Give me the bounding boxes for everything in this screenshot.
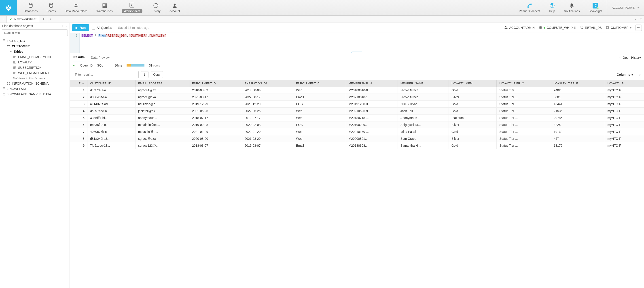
table-cell: d066404d-a...	[88, 94, 136, 101]
column-header[interactable]: EMAIL_ADDRESS	[135, 80, 189, 87]
tab-data-preview[interactable]: Data Preview	[90, 54, 110, 61]
copy-button[interactable]: Copy	[151, 71, 163, 78]
table-row[interactable]: 2d066404d-a...ngrace@exa...2021-08-17202…	[70, 94, 644, 101]
sql-editor[interactable]: 1 SELECT * From"RETAIL_DB"."CUSTOMER"."L…	[70, 33, 644, 53]
worksheet-tab[interactable]: ✔ New Worksheet	[7, 16, 40, 22]
svg-point-23	[3, 88, 5, 88]
table-cell: 29785	[551, 115, 605, 122]
tab-dropdown[interactable]: ▾	[640, 17, 642, 21]
nav-warehouses[interactable]: Warehouses	[92, 0, 117, 15]
columns-button[interactable]: Columns ▾	[617, 73, 633, 76]
more-menu-button[interactable]	[636, 24, 642, 31]
nav-shares[interactable]: Shares	[42, 0, 60, 15]
column-header[interactable]: MEMBER_NAME	[398, 80, 448, 87]
tab-menu-button[interactable]: ▾	[48, 16, 54, 22]
context-role[interactable]: ACCOUNTADMIN	[504, 25, 535, 30]
collapse-sidebar-icon[interactable]: «	[66, 24, 67, 28]
context-schema[interactable]: CUSTOMER ▾	[606, 26, 632, 30]
table-cell: Anonymous ...	[398, 115, 448, 122]
editor-code[interactable]: SELECT * From"RETAIL_DB"."CUSTOMER"."LOY…	[80, 33, 644, 53]
filter-results-input[interactable]	[73, 71, 139, 78]
column-header[interactable]: MEMBERSHIP_N	[346, 80, 398, 87]
tree-db-retail[interactable]: RETAIL_DB	[1, 38, 68, 43]
column-header[interactable]: LOYALTY_P	[605, 80, 644, 87]
open-history-link[interactable]: ← Open History	[618, 56, 641, 59]
table-row[interactable]: 6eb836f92-c...mmalmin@ex...2019-02-08202…	[70, 122, 644, 128]
tab-results[interactable]: Results	[73, 54, 85, 61]
column-header[interactable]: CUSTOMER_ID	[88, 80, 136, 87]
table-row[interactable]: 97fb51cbc-18...sgrace123@...2018-03-0720…	[70, 142, 644, 149]
table-cell: 2021-08-17	[189, 94, 242, 101]
all-queries-checkbox[interactable]: All Queries	[92, 26, 112, 29]
tree-table-loyalty[interactable]: LOYALTY	[1, 60, 68, 65]
database-icon	[580, 26, 584, 30]
refresh-icon[interactable]: ⟳	[62, 24, 64, 28]
table-cell: Web	[293, 128, 346, 135]
tree-db-snowflake[interactable]: SNOWFLAKE	[1, 86, 68, 92]
nav-worksheets[interactable]: Worksheets	[117, 0, 147, 15]
tree-tables-folder[interactable]: ▼ Tables	[1, 49, 68, 54]
nav-account[interactable]: Account	[165, 0, 184, 15]
table-cell: 2020-02-08	[242, 122, 293, 128]
context-database[interactable]: RETAIL_DB	[580, 26, 602, 30]
schema-icon	[7, 82, 10, 85]
table-cell: Web	[293, 108, 346, 115]
find-objects-label: Find database objects	[2, 24, 60, 28]
table-cell: sgrace@exa...	[135, 135, 189, 142]
account-role-label: ACCOUNTADMIN	[612, 6, 635, 9]
table-row[interactable]: 8d81a240f-18...sgrace@exa...2020-08-2020…	[70, 135, 644, 142]
table-cell: Nicole Grace	[398, 94, 448, 101]
nav-snowsight[interactable]: ✲ Snowsight	[584, 0, 607, 15]
table-icon	[13, 66, 16, 69]
nav-help[interactable]: Help	[544, 0, 560, 15]
tree-table-email-engagement[interactable]: EMAIL_ENGAGEMENT	[1, 54, 68, 60]
table-row[interactable]: 43a097bd3-a...jack.feil@ex...2021-05-252…	[70, 108, 644, 115]
nav-notifications[interactable]: Notifications	[560, 0, 584, 15]
table-cell: M20200821...	[346, 135, 398, 142]
nav-history[interactable]: History	[147, 0, 165, 15]
svg-point-9	[552, 6, 552, 7]
column-header[interactable]: LOYALTY_TIER_C	[497, 80, 551, 87]
context-warehouse[interactable]: COMPUTE_WH (XS)	[539, 26, 576, 30]
tree-db-snowflake-sample[interactable]: SNOWFLAKE_SAMPLE_DATA	[1, 92, 68, 97]
account-role-switcher[interactable]: ACCOUNTADMIN ▾	[607, 0, 644, 15]
table-cell: 2022-05-25	[242, 108, 293, 115]
table-cell: myNTO F	[605, 108, 644, 115]
nav-data-marketplace[interactable]: Data Marketplace	[60, 0, 92, 15]
column-header[interactable]: ENROLLMENT_D	[189, 80, 242, 87]
tree-table-subscription[interactable]: SUBSCRIPTION	[1, 65, 68, 70]
svg-point-28	[581, 26, 583, 27]
table-cell: M20210526-9	[346, 108, 398, 115]
expand-icon[interactable]: ⤢	[638, 73, 641, 76]
nav-databases[interactable]: Databases	[19, 0, 42, 15]
column-header[interactable]: Row	[70, 80, 88, 87]
object-search-input[interactable]	[2, 29, 68, 36]
table-row[interactable]: 543d5fff7-bf...anonymous...2018-07-17201…	[70, 115, 644, 122]
tree-schema-information[interactable]: INFORMATION_SCHEMA	[1, 81, 68, 86]
logo[interactable]	[0, 0, 17, 15]
tab-forward-button[interactable]: ›	[635, 17, 636, 21]
download-button[interactable]: ⤓	[141, 71, 148, 78]
query-id-link[interactable]: Query ID	[80, 64, 92, 67]
tree-table-web-engagement[interactable]: WEB_ENGAGEMENT	[1, 70, 68, 76]
svg-rect-15	[14, 56, 16, 58]
table-row[interactable]: 3a114325f-ad...nsullivan@e...2019-12-292…	[70, 101, 644, 108]
column-header[interactable]: ENROLLMENT_C	[293, 80, 346, 87]
all-queries-input[interactable]	[92, 26, 95, 29]
resize-handle[interactable]	[352, 52, 362, 53]
results-grid[interactable]: RowCUSTOMER_IDEMAIL_ADDRESSENROLLMENT_DE…	[70, 80, 644, 288]
column-header[interactable]: LOYALTY_MEM	[448, 80, 496, 87]
table-row[interactable]: 74060575b-c...mpassini@e...2021-01-29202…	[70, 128, 644, 135]
tree-schema-customer[interactable]: CUSTOMER	[1, 43, 68, 49]
new-tab-button[interactable]: +	[40, 16, 48, 22]
nav-partner-connect[interactable]: Partner Connect	[514, 0, 545, 15]
sql-link[interactable]: SQL	[97, 64, 103, 67]
table-cell: a114325f-ad...	[88, 101, 136, 108]
column-header[interactable]: EXPIRATION_DA	[242, 80, 293, 87]
tab-back-button[interactable]: ‹	[0, 16, 7, 22]
table-row[interactable]: 1d4df7d91-a...ngrace1@ex...2018-08-09201…	[70, 87, 644, 94]
run-button[interactable]: ▶ Run	[72, 24, 89, 31]
column-header[interactable]: LOYALTY_TIER_F	[551, 80, 605, 87]
table-cell: mpassini@e...	[135, 128, 189, 135]
svg-point-12	[9, 45, 10, 45]
